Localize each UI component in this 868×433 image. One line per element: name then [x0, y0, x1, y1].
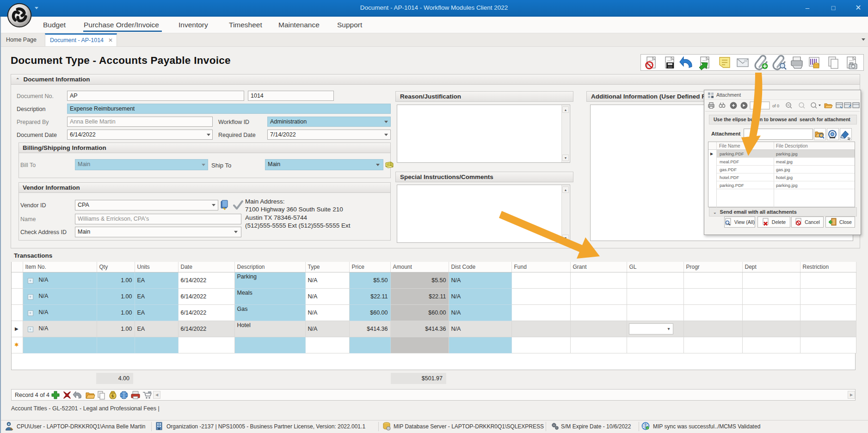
svg-text:$: $ — [111, 394, 114, 398]
svg-text:of 0: of 0 — [772, 104, 779, 108]
